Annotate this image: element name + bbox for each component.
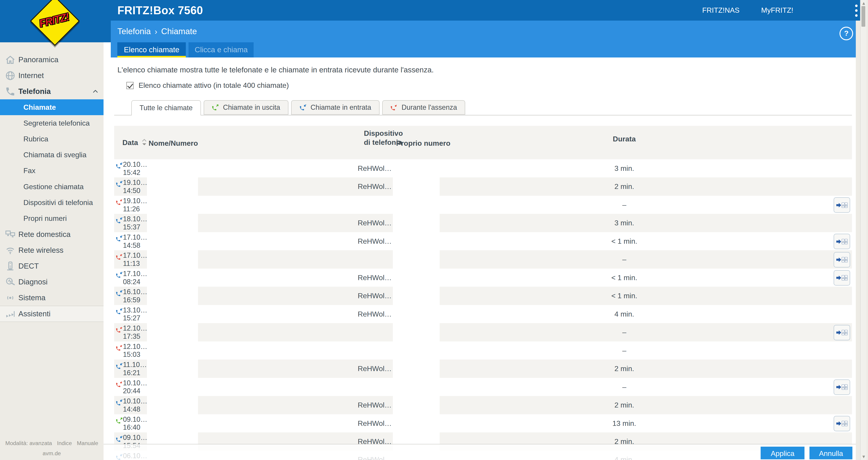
- sidebar-item-propri-numeri[interactable]: Propri numeri: [0, 210, 103, 226]
- scrollbar-thumb[interactable]: [862, 6, 865, 27]
- column-header-data[interactable]: Data: [123, 138, 147, 147]
- table-row: 12.10…17:35–AB: [114, 323, 852, 341]
- cell-date: 17.10…08:24: [114, 268, 147, 287]
- cell-device: ReHWol…: [198, 268, 393, 287]
- mode-link[interactable]: Modalità: avanzata: [5, 440, 52, 447]
- call-time: 14:48: [123, 405, 141, 413]
- breadcrumb-section[interactable]: Telefonia: [117, 27, 151, 36]
- add-to-phonebook-button[interactable]: AB: [834, 252, 850, 267]
- missed-call-icon: [116, 198, 123, 206]
- add-to-phonebook-button[interactable]: AB: [834, 325, 850, 340]
- add-contact-icon: AB: [836, 329, 848, 336]
- sidebar: PanoramicaInternetTelefoniaChiamateSegre…: [0, 42, 103, 460]
- sidebar-item-assistenti[interactable]: Assistenti: [0, 306, 103, 322]
- call-time: 15:27: [123, 314, 141, 322]
- wifi-icon: [5, 245, 16, 255]
- svg-text:B: B: [845, 331, 847, 335]
- call-date: 17.10…: [123, 233, 147, 241]
- fritznas-link[interactable]: FRITZ!NAS: [702, 0, 739, 21]
- sidebar-item-chiamate[interactable]: Chiamate: [0, 99, 103, 115]
- cell-device: ReHWol…: [198, 414, 393, 432]
- section-banner: Telefonia›Chiamate ? Elenco chiamate Cli…: [111, 21, 856, 57]
- globe-icon: [5, 70, 16, 81]
- sidebar-item-diagnosi[interactable]: Diagnosi: [0, 274, 103, 290]
- sidebar-item-fax[interactable]: Fax: [0, 163, 103, 179]
- sidebar-item-rubrica[interactable]: Rubrica: [0, 131, 103, 147]
- tab-elenco-chiamate[interactable]: Elenco chiamate: [117, 42, 186, 57]
- sidebar-item-label: Gestione chiamata: [23, 182, 84, 191]
- help-icon[interactable]: ?: [839, 27, 853, 40]
- missed-call-icon: [391, 104, 398, 111]
- manual-link[interactable]: Manuale: [77, 440, 98, 447]
- call-date: 10.10…: [123, 397, 147, 405]
- add-contact-icon: AB: [836, 256, 848, 263]
- add-to-phonebook-button[interactable]: AB: [834, 270, 850, 286]
- sidebar-item-sistema[interactable]: Sistema: [0, 290, 103, 306]
- filter-tabs: Tutte le chiamateChiamate in uscitaChiam…: [131, 100, 465, 115]
- sidebar-item-dect[interactable]: DECT: [0, 258, 103, 274]
- cell-device: [198, 323, 393, 341]
- add-to-phonebook-button[interactable]: AB: [834, 234, 850, 249]
- cell-date: 10.10…20:44: [114, 378, 147, 396]
- vertical-scrollbar[interactable]: ▲ ▼: [860, 0, 866, 460]
- add-to-phonebook-button[interactable]: AB: [834, 197, 850, 213]
- svg-text:B: B: [845, 203, 847, 207]
- scroll-down-icon[interactable]: ▼: [862, 455, 866, 459]
- call-time: 16:59: [123, 296, 141, 304]
- sort-icon[interactable]: [142, 138, 147, 147]
- apply-button[interactable]: Applica: [761, 447, 804, 460]
- sidebar-item-rete-wireless[interactable]: Rete wireless: [0, 242, 103, 258]
- tab-clicca-e-chiama[interactable]: Clicca e chiama: [188, 42, 254, 57]
- sidebar-nav: PanoramicaInternetTelefoniaChiamateSegre…: [0, 52, 103, 322]
- sidebar-item-internet[interactable]: Internet: [0, 68, 103, 84]
- phone-icon: [5, 86, 16, 97]
- fritz-logo[interactable]: FRITZ!: [31, 0, 77, 45]
- filter-tab-chiamate-in-entrata[interactable]: Chiamate in entrata: [291, 100, 379, 115]
- call-date: 09.10…: [123, 434, 147, 442]
- myfritz-link[interactable]: MyFRITZ!: [761, 0, 793, 21]
- svg-text:A: A: [842, 240, 844, 243]
- missed-call-icon: [116, 381, 123, 388]
- call-duration: < 1 min.: [440, 232, 809, 250]
- sidebar-item-telefonia[interactable]: Telefonia: [0, 84, 103, 99]
- sidebar-item-segreteria-telefonica[interactable]: Segreteria telefonica: [0, 115, 103, 131]
- avm-site-link[interactable]: avm.de: [0, 450, 103, 457]
- call-date: 12.10…: [123, 324, 147, 333]
- call-list-active-checkbox[interactable]: [126, 82, 133, 89]
- sidebar-item-gestione-chiamata[interactable]: Gestione chiamata: [0, 179, 103, 195]
- cell-date: 19.10…11:26: [114, 196, 147, 214]
- sidebar-item-chiamata-di-sveglia[interactable]: Chiamata di sveglia: [0, 147, 103, 163]
- sidebar-item-dispositivi-di-telefonia[interactable]: Dispositivi di telefonia: [0, 195, 103, 210]
- scroll-up-icon[interactable]: ▲: [862, 1, 866, 6]
- call-duration: 3 min.: [440, 159, 809, 177]
- page-tabs: Elenco chiamate Clicca e chiama: [117, 42, 254, 57]
- filter-tab-label: Chiamate in entrata: [311, 104, 371, 112]
- sidebar-footer: Modalità: avanzata Indice Manuale avm.de: [0, 440, 103, 457]
- svg-text:A: A: [842, 276, 844, 280]
- kebab-menu-icon[interactable]: [853, 4, 860, 17]
- filter-tab-chiamate-in-uscita[interactable]: Chiamate in uscita: [204, 100, 288, 115]
- cell-date: 10.10…14:48: [114, 396, 147, 414]
- call-time: 14:50: [123, 187, 141, 195]
- call-time: 15:03: [123, 350, 141, 358]
- index-link[interactable]: Indice: [57, 440, 72, 447]
- cancel-button[interactable]: Annulla: [809, 447, 852, 460]
- filter-tab-durante-l-assenza[interactable]: Durante l'assenza: [382, 100, 465, 115]
- add-to-phonebook-button[interactable]: AB: [834, 416, 850, 431]
- sidebar-item-rete-domestica[interactable]: Rete domestica: [0, 226, 103, 242]
- table-row: 17.10…11:13–AB: [114, 250, 852, 268]
- missed-call-icon: [116, 326, 123, 333]
- add-to-phonebook-button[interactable]: AB: [834, 379, 850, 395]
- sidebar-item-label: Dispositivi di telefonia: [23, 198, 93, 207]
- table-row: 13.10…15:27ReHWol…4 min.: [114, 305, 852, 323]
- call-duration: 2 min.: [440, 177, 809, 196]
- sidebar-item-label: Diagnosi: [18, 278, 48, 286]
- call-time: 14:58: [123, 241, 141, 250]
- system-icon: [5, 293, 16, 303]
- sidebar-item-panoramica[interactable]: Panoramica: [0, 52, 103, 68]
- filter-tab-tutte-le-chiamate[interactable]: Tutte le chiamate: [131, 100, 201, 115]
- cell-duration: –AB: [440, 323, 852, 341]
- cell-device: [198, 196, 393, 214]
- sidebar-item-label: Telefonia: [18, 87, 51, 96]
- call-date: 11.10…: [123, 361, 147, 369]
